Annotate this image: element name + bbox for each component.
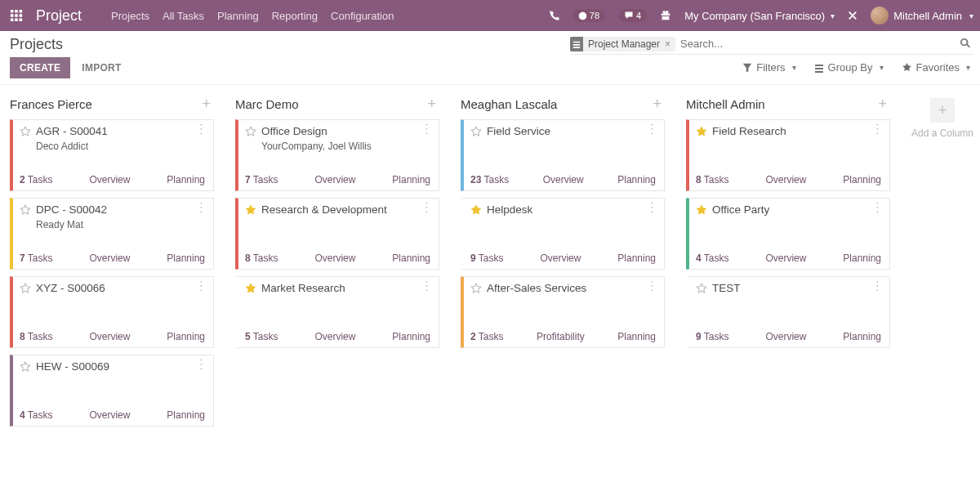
priority-star-icon[interactable] — [470, 283, 482, 297]
planning-link[interactable]: Planning — [392, 331, 430, 342]
planning-link[interactable]: Planning — [167, 174, 205, 185]
tasks-count-link[interactable]: 2 Tasks — [470, 331, 503, 342]
search-input[interactable] — [679, 38, 957, 50]
overview-link[interactable]: Overview — [89, 331, 130, 342]
company-switcher[interactable]: My Company (San Francisco) — [684, 10, 835, 22]
quick-create-icon[interactable]: + — [427, 96, 436, 111]
planning-link[interactable]: Planning — [392, 252, 430, 264]
priority-star-icon[interactable] — [696, 126, 707, 140]
priority-star-icon[interactable] — [245, 204, 256, 218]
card-menu-icon[interactable]: ··· — [197, 359, 207, 372]
planning-link[interactable]: Planning — [843, 252, 881, 264]
overview-link[interactable]: Overview — [314, 252, 355, 264]
card-menu-icon[interactable]: ··· — [648, 280, 657, 293]
nav-reporting[interactable]: Reporting — [265, 10, 324, 22]
phone-icon[interactable] — [549, 11, 559, 21]
kanban-card[interactable]: Office DesignYourCompany, Joel Willis···… — [235, 119, 439, 191]
card-menu-icon[interactable]: ··· — [648, 123, 657, 136]
activity-badge[interactable]: 78 — [572, 9, 605, 22]
tasks-count-link[interactable]: 8 Tasks — [696, 174, 728, 185]
create-button[interactable]: CREATE — [10, 57, 70, 78]
overview-link[interactable]: Overview — [540, 252, 581, 264]
tasks-count-link[interactable]: 7 Tasks — [245, 174, 278, 185]
search-icon[interactable] — [957, 36, 973, 52]
card-menu-icon[interactable]: ··· — [648, 202, 657, 215]
priority-star-icon[interactable] — [20, 361, 31, 375]
add-column-button[interactable]: + — [930, 98, 955, 123]
quick-create-icon[interactable]: + — [653, 96, 662, 111]
kanban-card[interactable]: Field Service···23 TasksOverviewPlanning — [461, 119, 665, 191]
gift-icon[interactable] — [660, 10, 671, 21]
overview-link[interactable]: Overview — [89, 252, 130, 264]
overview-link[interactable]: Overview — [314, 174, 355, 185]
filters-dropdown[interactable]: Filters — [742, 61, 795, 74]
kanban-card[interactable]: DPC - S00042Ready Mat···7 TasksOverviewP… — [10, 198, 214, 270]
messages-badge[interactable]: 4 — [618, 9, 647, 22]
priority-star-icon[interactable] — [245, 283, 256, 297]
tasks-count-link[interactable]: 7 Tasks — [20, 252, 52, 264]
nav-projects[interactable]: Projects — [105, 10, 156, 22]
tasks-count-link[interactable]: 5 Tasks — [245, 331, 278, 342]
close-deploy-icon[interactable] — [848, 11, 858, 20]
planning-link[interactable]: Planning — [167, 331, 205, 342]
tasks-count-link[interactable]: 8 Tasks — [245, 252, 278, 264]
card-menu-icon[interactable]: ··· — [422, 123, 432, 136]
tasks-count-link[interactable]: 8 Tasks — [20, 331, 52, 342]
kanban-card[interactable]: Office Party···4 TasksOverviewPlanning — [686, 198, 890, 270]
favorites-dropdown[interactable]: Favorites — [902, 61, 970, 74]
planning-link[interactable]: Planning — [617, 174, 656, 185]
tasks-count-link[interactable]: 9 Tasks — [696, 331, 728, 342]
nav-configuration[interactable]: Configuration — [324, 10, 400, 22]
kanban-card[interactable]: Market Research···5 TasksOverviewPlannin… — [235, 276, 439, 348]
card-menu-icon[interactable]: ··· — [873, 202, 883, 215]
overview-link[interactable]: Overview — [543, 174, 584, 185]
priority-star-icon[interactable] — [245, 126, 256, 140]
priority-star-icon[interactable] — [696, 283, 707, 297]
groupby-dropdown[interactable]: Group By — [814, 61, 884, 74]
nav-planning[interactable]: Planning — [211, 10, 265, 22]
kanban-card[interactable]: TEST···9 TasksOverviewPlanning — [686, 276, 890, 348]
planning-link[interactable]: Planning — [392, 174, 430, 185]
kanban-card[interactable]: After-Sales Services···2 TasksProfitabil… — [461, 276, 665, 348]
kanban-card[interactable]: AGR - S00041Deco Addict···2 TasksOvervie… — [10, 119, 214, 191]
overview-link[interactable]: Profitability — [537, 331, 585, 342]
kanban-card[interactable]: XYZ - S00066···8 TasksOverviewPlanning — [10, 276, 214, 348]
quick-create-icon[interactable]: + — [202, 96, 211, 111]
planning-link[interactable]: Planning — [843, 174, 881, 185]
overview-link[interactable]: Overview — [765, 331, 806, 342]
nav-all-tasks[interactable]: All Tasks — [156, 10, 211, 22]
apps-icon[interactable] — [10, 9, 23, 22]
priority-star-icon[interactable] — [20, 283, 31, 297]
kanban-card[interactable]: Research & Development···8 TasksOverview… — [235, 198, 439, 270]
card-menu-icon[interactable]: ··· — [197, 280, 207, 293]
overview-link[interactable]: Overview — [89, 174, 130, 185]
planning-link[interactable]: Planning — [843, 331, 881, 342]
tasks-count-link[interactable]: 4 Tasks — [696, 252, 728, 264]
card-menu-icon[interactable]: ··· — [873, 280, 883, 293]
quick-create-icon[interactable]: + — [878, 96, 887, 111]
overview-link[interactable]: Overview — [765, 174, 806, 185]
priority-star-icon[interactable] — [20, 126, 31, 140]
priority-star-icon[interactable] — [470, 126, 482, 140]
import-button[interactable]: IMPORT — [82, 62, 121, 74]
planning-link[interactable]: Planning — [617, 252, 656, 264]
priority-star-icon[interactable] — [20, 204, 31, 218]
overview-link[interactable]: Overview — [765, 252, 806, 264]
priority-star-icon[interactable] — [470, 204, 482, 218]
planning-link[interactable]: Planning — [167, 252, 205, 264]
kanban-card[interactable]: Field Research···8 TasksOverviewPlanning — [686, 119, 890, 191]
planning-link[interactable]: Planning — [617, 331, 656, 342]
priority-star-icon[interactable] — [696, 204, 707, 218]
card-menu-icon[interactable]: ··· — [422, 202, 432, 215]
tasks-count-link[interactable]: 4 Tasks — [20, 409, 52, 421]
overview-link[interactable]: Overview — [314, 331, 355, 342]
card-menu-icon[interactable]: ··· — [197, 123, 207, 136]
card-menu-icon[interactable]: ··· — [197, 202, 207, 215]
kanban-card[interactable]: HEW - S00069···4 TasksOverviewPlanning — [10, 355, 214, 427]
tasks-count-link[interactable]: 23 Tasks — [470, 174, 509, 185]
tasks-count-link[interactable]: 2 Tasks — [20, 174, 52, 185]
user-menu[interactable]: Mitchell Admin — [871, 7, 973, 25]
kanban-card[interactable]: Helpdesk···9 TasksOverviewPlanning — [461, 198, 665, 270]
tasks-count-link[interactable]: 9 Tasks — [470, 252, 503, 264]
facet-remove[interactable]: × — [663, 38, 675, 50]
